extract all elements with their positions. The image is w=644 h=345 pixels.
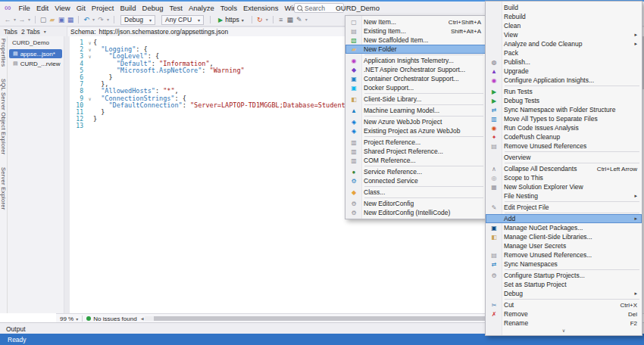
project-menu-item-move-all-types-to-separate-files[interactable]: ▥Move All Types to Separate Files bbox=[486, 114, 642, 123]
dropdown-caret-icon[interactable]: ▾ bbox=[91, 14, 96, 25]
add-submenu-item-container-orchestrator-support[interactable]: ▣Container Orchestrator Support... bbox=[345, 74, 486, 83]
project-menu-item-remove[interactable]: ✗RemoveDel bbox=[486, 309, 642, 319]
project-menu-item-new-solution-explorer-view[interactable]: ▦New Solution Explorer View bbox=[486, 182, 642, 191]
add-submenu-item-existing-item[interactable]: ▤Existing Item...Shift+Alt+A bbox=[345, 26, 486, 36]
add-submenu-item-net-aspire-orchestrator-support[interactable]: ◆.NET Aspire Orchestrator Support... bbox=[345, 65, 486, 74]
project-menu-item-run-code-issues-analysis[interactable]: ◉Run Code Issues Analysis bbox=[486, 123, 642, 132]
open-file-icon[interactable]: ▰ bbox=[48, 14, 57, 25]
project-menu-item-manage-nuget-packages[interactable]: ▣Manage NuGet Packages... bbox=[486, 223, 642, 232]
hot-reload-icon[interactable]: ↻ bbox=[255, 14, 264, 25]
add-submenu-item-existing-project-as-azure-webjob[interactable]: ◈Existing Project as Azure WebJob bbox=[345, 126, 486, 135]
add-submenu-item-class[interactable]: ◆Class... bbox=[345, 188, 486, 197]
platform-dropdown[interactable]: Any CPU ▾ bbox=[161, 15, 204, 25]
add-submenu-item-com-reference[interactable]: ▥COM Reference... bbox=[345, 156, 486, 165]
add-submenu-item-application-insights-telemetry[interactable]: ◉Application Insights Telemetry... bbox=[345, 56, 486, 65]
configuration-dropdown[interactable]: Debug ▾ bbox=[120, 15, 155, 25]
add-submenu-item-connected-service[interactable]: ⚙Connected Service bbox=[345, 176, 486, 185]
tool-window-tab-sql-server-object-explorer[interactable]: SQL Server Object Explorer bbox=[0, 79, 7, 154]
scroll-left-icon[interactable]: ◀ bbox=[141, 316, 144, 321]
project-menu-item-publish[interactable]: ◍Publish... bbox=[486, 58, 642, 67]
project-menu-item-file-nesting[interactable]: File Nesting▸ bbox=[486, 191, 642, 200]
schema-combobox[interactable]: https://json.schemastore.org/appsettings… bbox=[99, 28, 357, 36]
tool-window-tab-server-explorer[interactable]: Server Explorer bbox=[0, 167, 7, 210]
add-submenu-item-client-side-library[interactable]: ◧Client-Side Library... bbox=[345, 95, 486, 104]
menubar-item-tools[interactable]: Tools bbox=[217, 3, 240, 13]
project-menu-item-add[interactable]: Add▸ bbox=[486, 214, 642, 223]
project-menu-item-build[interactable]: Build bbox=[486, 3, 642, 12]
menubar-item-debug[interactable]: Debug bbox=[139, 3, 167, 13]
project-menu-item-sync-namespace-with-folder-structure[interactable]: ⇄Sync Namespace with Folder Structure bbox=[486, 105, 642, 114]
run-button[interactable]: ▶ https ▾ bbox=[214, 16, 249, 23]
issues-indicator[interactable]: No issues found bbox=[86, 315, 136, 322]
project-menu-item-configure-startup-projects[interactable]: ⚙Configure Startup Projects... bbox=[486, 271, 642, 280]
add-submenu-item-new-scaffolded-item[interactable]: ▧New Scaffolded Item... bbox=[345, 36, 486, 45]
outline-icon[interactable]: ≡ bbox=[277, 14, 286, 25]
project-menu-item-rebuild[interactable]: Rebuild bbox=[486, 12, 642, 21]
project-menu-item-view[interactable]: View▸ bbox=[486, 30, 642, 39]
move-types-icon: ▥ bbox=[486, 116, 502, 123]
navigate-backward-icon[interactable]: ← bbox=[3, 14, 12, 25]
project-menu-item-clean[interactable]: Clean bbox=[486, 21, 642, 30]
add-submenu-item-new-azure-webjob-project[interactable]: ◈New Azure WebJob Project bbox=[345, 117, 486, 126]
add-submenu-item-service-reference[interactable]: ●Service Reference... bbox=[345, 167, 486, 176]
project-menu-item-remove-unused-references[interactable]: ▤Remove Unused References... bbox=[486, 250, 642, 260]
menubar-item-extensions[interactable]: Extensions bbox=[240, 3, 281, 13]
redo-icon[interactable]: ↷ bbox=[96, 14, 105, 25]
new-file-icon[interactable]: ▢ bbox=[39, 14, 48, 25]
save-all-icon[interactable]: ▦ bbox=[66, 14, 75, 25]
project-menu-item-configure-application-insights[interactable]: ◉Configure Application Insights... bbox=[486, 76, 642, 85]
edit-icon[interactable]: ✎ bbox=[295, 14, 304, 25]
menubar-item-build[interactable]: Build bbox=[117, 3, 139, 13]
dropdown-caret-icon[interactable]: ▾ bbox=[304, 14, 309, 25]
project-menu-item-manage-user-secrets[interactable]: Manage User Secrets bbox=[486, 241, 642, 250]
document-tab-curd-rview[interactable]: ▤CURD_...rview bbox=[9, 59, 62, 68]
zoom-control[interactable]: 99 % ▾ bbox=[60, 315, 78, 322]
dropdown-caret-icon[interactable]: ▾ bbox=[12, 14, 17, 25]
grid-icon[interactable]: ▦ bbox=[286, 14, 295, 25]
add-submenu-item-machine-learning-model[interactable]: ▲Machine Learning Model... bbox=[345, 106, 486, 115]
add-submenu-item-new-item[interactable]: ▢New Item...Ctrl+Shift+A bbox=[345, 17, 486, 26]
project-menu-item-overview[interactable]: Overview bbox=[486, 153, 642, 162]
project-menu-item-coderush-cleanup[interactable]: ✦CodeRush Cleanup bbox=[486, 132, 642, 141]
project-menu-item-debug-tests[interactable]: ▶Debug Tests bbox=[486, 96, 642, 105]
menubar-item-edit[interactable]: Edit bbox=[33, 3, 52, 13]
add-submenu-item-docker-support[interactable]: ▣Docker Support... bbox=[345, 83, 486, 92]
save-icon[interactable]: ▣ bbox=[57, 14, 66, 25]
scrollbar-thumb[interactable] bbox=[154, 316, 533, 321]
project-menu-item-analyze-and-code-cleanup[interactable]: Analyze and Code Cleanup▸ bbox=[486, 39, 642, 48]
add-submenu-item-new-editorconfig-intellicode[interactable]: ⚙New EditorConfig (IntelliCode) bbox=[345, 208, 486, 217]
project-menu-item-scope-to-this[interactable]: ◎Scope to This bbox=[486, 173, 642, 182]
add-submenu-item-new-editorconfig[interactable]: ⚙New EditorConfig bbox=[345, 199, 486, 208]
add-submenu-item-project-reference[interactable]: ▥Project Reference... bbox=[345, 138, 486, 147]
menubar-item-git[interactable]: Git bbox=[73, 3, 89, 13]
add-submenu-item-new-folder[interactable]: ▰New Folder bbox=[345, 45, 486, 54]
undo-icon[interactable]: ↶ bbox=[82, 14, 91, 25]
project-menu-item-manage-client-side-libraries[interactable]: ◧Manage Client-Side Libraries... bbox=[486, 232, 642, 241]
menubar-item-project[interactable]: Project bbox=[89, 3, 117, 13]
project-menu-item-remove-unused-references[interactable]: ▤Remove Unused References bbox=[486, 141, 642, 151]
project-menu-item-rename[interactable]: RenameF2 bbox=[486, 319, 642, 328]
menubar-item-file[interactable]: File bbox=[16, 3, 33, 13]
project-menu-item-sync-namespaces[interactable]: ⇄Sync Namespaces bbox=[486, 260, 642, 269]
menubar-item-test[interactable]: Test bbox=[167, 3, 186, 13]
project-menu-item-run-tests[interactable]: ▶Run Tests bbox=[486, 87, 642, 96]
document-tab-appse-json[interactable]: ▤appse...json* bbox=[9, 49, 62, 58]
project-menu-item-set-as-startup-project[interactable]: Set as Startup Project bbox=[486, 280, 642, 289]
project-menu-item-edit-project-file[interactable]: ✎Edit Project File bbox=[486, 203, 642, 212]
project-menu-item-cut[interactable]: ✂CutCtrl+X bbox=[486, 300, 642, 309]
menubar-item-view[interactable]: View bbox=[52, 3, 73, 13]
dropdown-caret-icon[interactable]: ▾ bbox=[105, 14, 111, 25]
dropdown-caret-icon[interactable]: ▾ bbox=[27, 14, 32, 25]
project-menu-item-upgrade[interactable]: ▲Upgrade bbox=[486, 67, 642, 76]
menubar-item-analyze[interactable]: Analyze bbox=[186, 3, 217, 13]
project-menu-item-collapse-all-descendants[interactable]: ∧Collapse All DescendantsCtrl+Left Arrow bbox=[486, 164, 642, 173]
project-menu-item-debug[interactable]: Debug▸ bbox=[486, 289, 642, 298]
navigate-forward-icon[interactable]: → bbox=[17, 14, 27, 25]
add-submenu-item-shared-project-reference[interactable]: ▥Shared Project Reference... bbox=[345, 147, 486, 156]
project-menu-scroll-down-icon[interactable]: ∨ bbox=[486, 328, 642, 334]
tool-window-tab-properties[interactable]: Properties bbox=[0, 39, 7, 67]
azure-webjob-icon: ◈ bbox=[346, 119, 361, 126]
dropdown-caret-icon[interactable]: ▾ bbox=[264, 14, 270, 25]
tabs-dropdown[interactable]: Tabs bbox=[4, 28, 17, 36]
project-menu-item-pack[interactable]: Pack bbox=[486, 48, 642, 58]
